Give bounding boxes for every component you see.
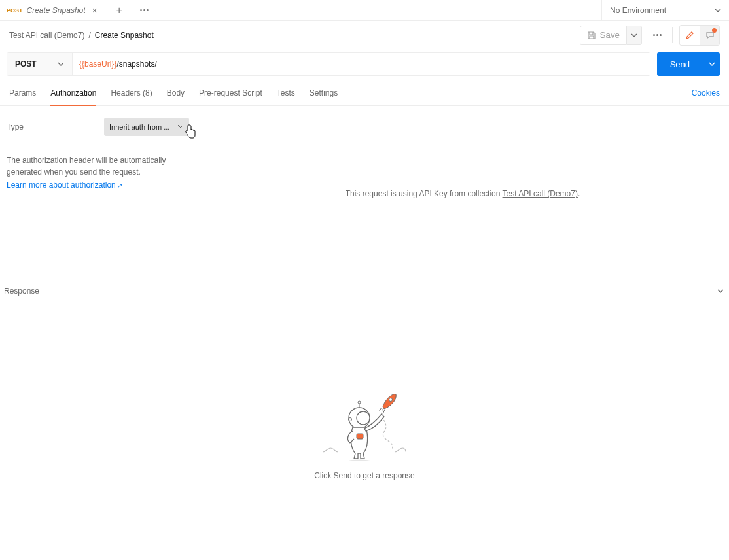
header-actions: Save [580, 25, 720, 46]
separator [672, 27, 673, 43]
environment-selected-label: No Environment [610, 6, 666, 15]
more-icon [140, 9, 149, 11]
tab-body[interactable]: Body [167, 80, 185, 105]
tab-tests[interactable]: Tests [277, 80, 295, 105]
cookies-link[interactable]: Cookies [692, 88, 720, 97]
authorization-left-pane: Type Inherit auth from ... The authoriza… [0, 106, 196, 281]
response-body: Click Send to get a response [0, 301, 729, 560]
close-icon[interactable]: × [90, 5, 100, 16]
environment-selector[interactable]: No Environment [601, 0, 729, 20]
external-link-icon: ↗ [117, 182, 122, 189]
svg-point-4 [357, 411, 370, 425]
new-tab-button[interactable]: + [107, 0, 132, 20]
method-url-group: POST {{baseUrl}}/snapshots/ [7, 52, 650, 76]
chevron-down-icon [58, 61, 64, 67]
notification-dot-icon [712, 28, 717, 33]
save-options-button[interactable] [626, 26, 642, 45]
url-path: /snapshots/ [116, 60, 156, 69]
response-hint: Click Send to get a response [314, 471, 414, 480]
request-tabs: Params Authorization Headers (8) Body Pr… [0, 80, 729, 106]
send-group: Send [657, 52, 720, 76]
tab-method-badge: POST [7, 7, 23, 14]
tab-headers[interactable]: Headers (8) [111, 80, 152, 105]
tab-title: Create Snpashot [27, 6, 86, 15]
save-button[interactable]: Save [580, 26, 626, 45]
chevron-down-icon [177, 123, 184, 131]
url-input[interactable]: {{baseUrl}}/snapshots/ [73, 53, 650, 75]
chevron-down-icon [709, 61, 715, 67]
tab-prerequest[interactable]: Pre-request Script [199, 80, 262, 105]
http-method-select[interactable]: POST [7, 53, 73, 75]
url-variable: {{baseUrl}} [79, 60, 116, 69]
svg-point-0 [389, 398, 393, 401]
auth-description: The authorization header will be automat… [7, 154, 189, 178]
auth-type-selected: Inherit auth from ... [109, 123, 169, 131]
auth-msg-pre: This request is using API Key from colle… [346, 189, 503, 198]
chevron-down-icon [631, 32, 637, 39]
breadcrumb-current: Create Snpashot [95, 31, 154, 40]
auth-inherit-message: This request is using API Key from colle… [346, 189, 580, 198]
tab-settings[interactable]: Settings [310, 80, 338, 105]
send-button[interactable]: Send [657, 52, 703, 76]
tab-overflow-button[interactable] [132, 0, 157, 20]
save-button-label: Save [600, 30, 620, 40]
response-title: Response [4, 287, 39, 296]
breadcrumb-separator: / [88, 31, 90, 40]
collection-link[interactable]: Test API call (Demo7) [503, 189, 578, 198]
learn-more-label: Learn more about authorization [7, 181, 116, 190]
response-bar[interactable]: Response [0, 281, 729, 301]
breadcrumb: Test API call (Demo7) / Create Snpashot [9, 31, 154, 40]
request-row: POST {{baseUrl}}/snapshots/ Send [7, 52, 720, 76]
auth-type-dropdown[interactable]: Inherit auth from ... [104, 118, 189, 136]
authorization-panel: Type Inherit auth from ... The authoriza… [0, 106, 729, 281]
svg-point-7 [347, 459, 371, 461]
svg-point-1 [358, 401, 361, 404]
chevron-down-icon [717, 288, 724, 294]
svg-rect-6 [357, 434, 363, 439]
edit-button[interactable] [680, 26, 700, 45]
header-row: Test API call (Demo7) / Create Snpashot … [0, 21, 729, 50]
comments-button[interactable] [700, 26, 719, 45]
authorization-right-pane: This request is using API Key from colle… [196, 106, 729, 281]
save-icon [587, 31, 596, 40]
breadcrumb-parent[interactable]: Test API call (Demo7) [9, 31, 84, 40]
more-icon [653, 34, 662, 36]
learn-more-link[interactable]: Learn more about authorization ↗ [7, 181, 122, 190]
auth-type-label: Type [7, 122, 24, 131]
pencil-icon [685, 31, 694, 40]
auth-msg-post: . [578, 189, 580, 198]
request-tab[interactable]: POST Create Snpashot × [0, 0, 107, 20]
astronaut-illustration [319, 389, 410, 463]
send-options-button[interactable] [703, 52, 720, 76]
tab-authorization[interactable]: Authorization [50, 80, 96, 105]
header-more-button[interactable] [647, 34, 667, 36]
http-method-label: POST [15, 60, 37, 69]
chevron-down-icon [715, 7, 721, 14]
right-icon-group [679, 25, 720, 46]
tabs-bar: POST Create Snpashot × + No Environment [0, 0, 729, 21]
tab-params[interactable]: Params [9, 80, 36, 105]
